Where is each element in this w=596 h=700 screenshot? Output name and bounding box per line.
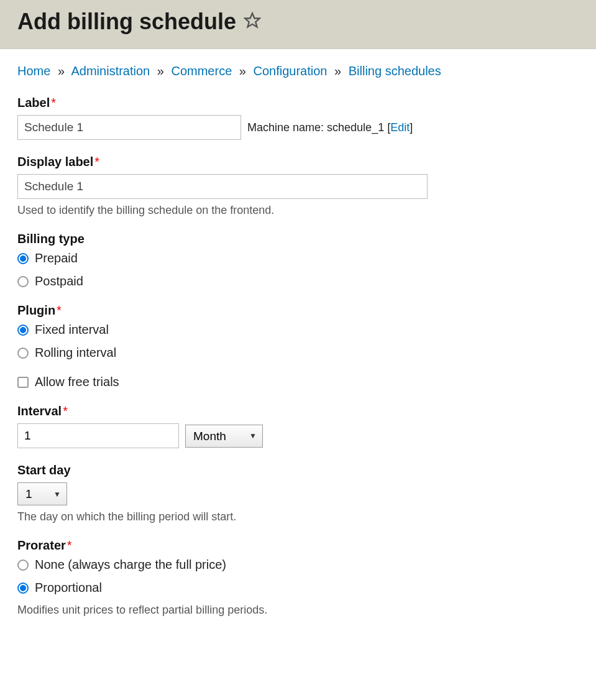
billing-type-postpaid[interactable]: Postpaid <box>17 274 579 288</box>
plugin-label: Plugin* <box>17 303 579 318</box>
interval-label: Interval* <box>17 404 579 418</box>
display-label-help: Used to identify the billing schedule on… <box>17 204 579 217</box>
billing-type-prepaid-radio[interactable] <box>17 253 29 264</box>
page-title: Add billing schedule <box>17 9 579 35</box>
form-item-display-label: Display label* Used to identify the bill… <box>17 155 579 217</box>
allow-trials-checkbox[interactable] <box>17 377 29 388</box>
breadcrumb-home[interactable]: Home <box>17 64 50 78</box>
prorater-proportional[interactable]: Proportional <box>17 581 579 595</box>
breadcrumb: Home » Administration » Commerce » Confi… <box>17 64 579 78</box>
plugin-fixed-radio[interactable] <box>17 325 29 336</box>
prorater-proportional-label: Proportional <box>35 581 102 595</box>
breadcrumb-commerce[interactable]: Commerce <box>171 64 232 78</box>
page-title-text: Add billing schedule <box>17 9 236 35</box>
interval-unit-select[interactable]: Month <box>185 425 263 448</box>
billing-type-postpaid-radio[interactable] <box>17 276 29 287</box>
breadcrumb-configuration[interactable]: Configuration <box>254 64 328 78</box>
required-mark: * <box>51 96 56 109</box>
form-item-interval: Interval* Month <box>17 404 579 448</box>
prorater-none[interactable]: None (always charge the full price) <box>17 558 579 572</box>
breadcrumb-sep: » <box>157 64 164 78</box>
required-mark: * <box>67 538 72 552</box>
allow-trials-label: Allow free trials <box>35 375 119 389</box>
display-label-input[interactable] <box>17 174 428 199</box>
interval-number-input[interactable] <box>17 423 179 448</box>
breadcrumb-sep: » <box>239 64 246 78</box>
billing-type-label: Billing type <box>17 232 579 246</box>
interval-label-text: Interval <box>17 404 62 418</box>
prorater-label: Prorater* <box>17 538 579 553</box>
content: Home » Administration » Commerce » Confi… <box>0 49 596 647</box>
form-item-plugin: Plugin* Fixed interval Rolling interval <box>17 303 579 360</box>
billing-type-prepaid-label: Prepaid <box>35 251 78 265</box>
prorater-none-radio[interactable] <box>17 560 29 571</box>
prorater-none-label: None (always charge the full price) <box>35 558 226 572</box>
breadcrumb-sep: » <box>334 64 341 78</box>
start-day-help: The day on which the billing period will… <box>17 510 579 523</box>
breadcrumb-sep: » <box>58 64 65 78</box>
machine-name: Machine name: schedule_1 [Edit] <box>247 121 413 134</box>
label-label: Label* <box>17 96 579 110</box>
label-input[interactable] <box>17 115 241 140</box>
prorater-label-text: Prorater <box>17 538 66 552</box>
svg-marker-0 <box>245 13 259 27</box>
plugin-fixed-label: Fixed interval <box>35 323 109 337</box>
machine-name-value: schedule_1 <box>327 121 384 134</box>
machine-name-prefix: Machine name: <box>247 121 327 134</box>
start-day-label: Start day <box>17 463 579 477</box>
plugin-label-text: Plugin <box>17 303 55 317</box>
plugin-rolling[interactable]: Rolling interval <box>17 346 579 360</box>
plugin-rolling-label: Rolling interval <box>35 346 116 360</box>
plugin-rolling-radio[interactable] <box>17 348 29 359</box>
breadcrumb-administration[interactable]: Administration <box>71 64 150 78</box>
form-item-billing-type: Billing type Prepaid Postpaid <box>17 232 579 288</box>
machine-name-edit-link[interactable]: Edit <box>390 121 410 134</box>
star-icon[interactable] <box>244 9 261 35</box>
plugin-fixed[interactable]: Fixed interval <box>17 323 579 337</box>
required-mark: * <box>94 155 99 168</box>
required-mark: * <box>57 303 62 317</box>
form-item-prorater: Prorater* None (always charge the full p… <box>17 538 579 617</box>
form-item-allow-trials: Allow free trials <box>17 375 579 389</box>
required-mark: * <box>63 404 68 418</box>
header-bar: Add billing schedule <box>0 0 596 49</box>
allow-trials[interactable]: Allow free trials <box>17 375 579 389</box>
display-label-label: Display label* <box>17 155 579 169</box>
start-day-select[interactable]: 1 <box>17 482 67 505</box>
display-label-text: Display label <box>17 155 93 168</box>
billing-type-prepaid[interactable]: Prepaid <box>17 251 579 265</box>
breadcrumb-billing-schedules[interactable]: Billing schedules <box>349 64 441 78</box>
billing-type-postpaid-label: Postpaid <box>35 274 83 288</box>
prorater-proportional-radio[interactable] <box>17 583 29 594</box>
label-label-text: Label <box>17 96 50 109</box>
form-item-label: Label* Machine name: schedule_1 [Edit] <box>17 96 579 140</box>
prorater-help: Modifies unit prices to reflect partial … <box>17 604 579 617</box>
form-item-start-day: Start day 1 The day on which the billing… <box>17 463 579 523</box>
